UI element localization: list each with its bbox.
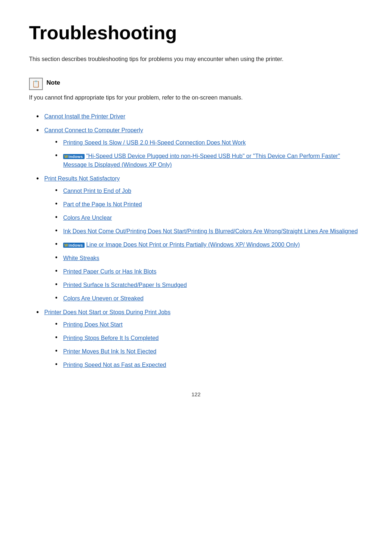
sub-list-print-results: Cannot Print to End of Job Part of the P…	[44, 187, 363, 303]
note-icon: 📋	[29, 78, 43, 90]
page-title: Troubleshooting	[29, 22, 363, 44]
link-colors-uneven[interactable]: Colors Are Uneven or Streaked	[63, 295, 143, 301]
list-item-print-results: Print Results Not Satisfactory Cannot Pr…	[36, 174, 363, 303]
list-item-hi-speed-usb: Windows"Hi-Speed USB Device Plugged into…	[55, 152, 363, 169]
link-printer-not-start[interactable]: Printer Does Not Start or Stops During P…	[44, 309, 171, 315]
link-printer-moves-no-ink[interactable]: Printer Moves But Ink Is Not Ejected	[63, 348, 156, 355]
list-item-colors-uneven: Colors Are Uneven or Streaked	[55, 294, 363, 303]
main-list: Cannot Install the Printer Driver Cannot…	[29, 112, 363, 369]
list-item-cannot-install: Cannot Install the Printer Driver	[36, 112, 363, 121]
list-item-printing-speed-not-fast: Printing Speed Not as Fast as Expected	[55, 361, 363, 369]
link-colors-unclear[interactable]: Colors Are Unclear	[63, 215, 112, 221]
windows-badge-line-image: Windows	[63, 243, 85, 248]
link-cannot-print-end[interactable]: Cannot Print to End of Job	[63, 188, 131, 194]
list-item-printer-moves-no-ink: Printer Moves But Ink Is Not Ejected	[55, 347, 363, 356]
list-item-ink-not-come-out: Ink Does Not Come Out/Printing Does Not …	[55, 227, 363, 236]
list-item-colors-unclear: Colors Are Unclear	[55, 214, 363, 222]
list-item-printing-does-not-start: Printing Does Not Start	[55, 320, 363, 329]
link-print-results[interactable]: Print Results Not Satisfactory	[44, 175, 120, 182]
link-printing-speed-not-fast[interactable]: Printing Speed Not as Fast as Expected	[63, 362, 166, 368]
link-printed-paper-curls[interactable]: Printed Paper Curls or Has Ink Blots	[63, 268, 156, 275]
sub-list-connect: Printing Speed Is Slow / USB 2.0 Hi-Spee…	[44, 138, 363, 169]
link-part-not-printed[interactable]: Part of the Page Is Not Printed	[63, 201, 142, 207]
list-item-printing-speed-slow: Printing Speed Is Slow / USB 2.0 Hi-Spee…	[55, 138, 363, 147]
link-white-streaks[interactable]: White Streaks	[63, 255, 99, 261]
link-ink-not-come-out[interactable]: Ink Does Not Come Out/Printing Does Not …	[63, 228, 358, 234]
link-cannot-install[interactable]: Cannot Install the Printer Driver	[44, 113, 125, 119]
link-printing-stops[interactable]: Printing Stops Before It Is Completed	[63, 335, 159, 341]
link-cannot-connect[interactable]: Cannot Connect to Computer Properly	[44, 127, 143, 133]
page-number: 122	[29, 391, 363, 397]
list-item-white-streaks: White Streaks	[55, 254, 363, 263]
list-item-printed-paper-curls: Printed Paper Curls or Has Ink Blots	[55, 267, 363, 276]
list-item-printer-not-start: Printer Does Not Start or Stops During P…	[36, 308, 363, 369]
note-label: Note	[46, 79, 60, 86]
link-line-image-not-print[interactable]: Line or Image Does Not Print or Prints P…	[86, 242, 300, 248]
note-text: If you cannot find appropriate tips for …	[29, 93, 363, 102]
windows-badge-hi-speed: Windows	[63, 154, 85, 159]
list-item-part-not-printed: Part of the Page Is Not Printed	[55, 200, 363, 209]
list-item-line-image-not-print: WindowsLine or Image Does Not Print or P…	[55, 240, 363, 249]
link-printed-surface-scratched[interactable]: Printed Surface Is Scratched/Paper Is Sm…	[63, 282, 187, 288]
link-printing-speed-slow[interactable]: Printing Speed Is Slow / USB 2.0 Hi-Spee…	[63, 139, 246, 146]
intro-text: This section describes troubleshooting t…	[29, 54, 363, 64]
list-item-printing-stops: Printing Stops Before It Is Completed	[55, 334, 363, 343]
list-item-printed-surface-scratched: Printed Surface Is Scratched/Paper Is Sm…	[55, 281, 363, 289]
list-item-cannot-print-end: Cannot Print to End of Job	[55, 187, 363, 195]
link-printing-does-not-start[interactable]: Printing Does Not Start	[63, 321, 123, 328]
note-box: 📋 Note	[29, 77, 363, 90]
link-hi-speed-usb[interactable]: "Hi-Speed USB Device Plugged into non-Hi…	[63, 153, 340, 168]
sub-list-printer-not-start: Printing Does Not Start Printing Stops B…	[44, 320, 363, 369]
list-item-cannot-connect: Cannot Connect to Computer Properly Prin…	[36, 126, 363, 169]
